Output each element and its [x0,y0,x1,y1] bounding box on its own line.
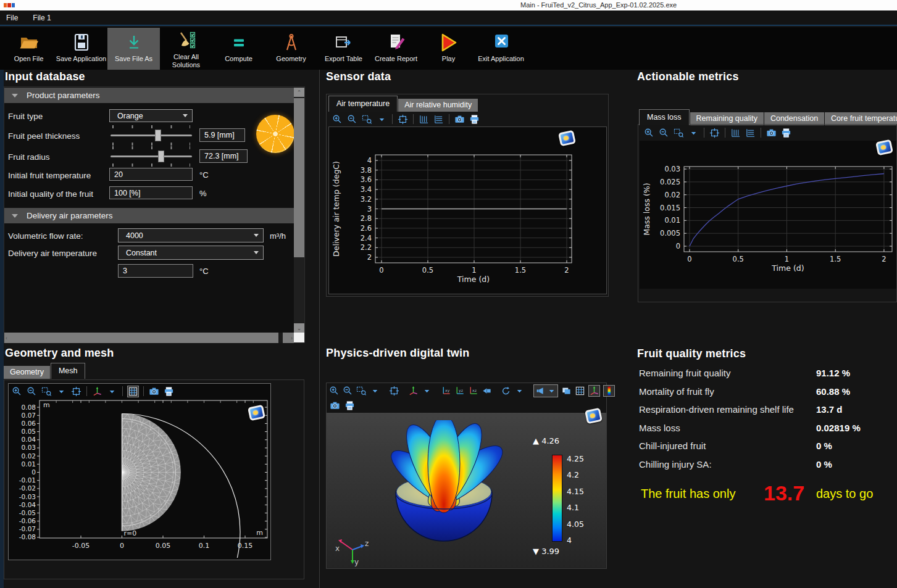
scroll-right-button[interactable]: › [291,335,293,341]
show-grid-icon[interactable] [575,385,585,397]
zoom-in-icon[interactable] [11,386,23,397]
perspective-view-icon[interactable] [482,385,492,397]
mesh-plot-canvas[interactable]: 0.080.070.060.050.040.030.020.010-0.01-0… [9,399,270,558]
y-axis-log-icon[interactable] [730,127,741,139]
tab-condensation[interactable]: Condensation [764,112,824,125]
tab-remaining-quality[interactable]: Remaining quality [690,112,764,125]
radius-slider-thumb[interactable] [158,151,164,162]
zoom-box-icon[interactable] [41,386,52,397]
tab-geometry[interactable]: Geometry [4,366,50,379]
horizontal-scrollbar[interactable]: ‹ › [4,333,294,343]
view-xz-icon[interactable] [468,385,478,397]
initial-temp-input[interactable]: 20 [109,168,193,181]
view-yz-icon[interactable] [454,385,465,397]
zoom-dropdown-caret-icon[interactable] [370,385,380,397]
snapshot-camera-icon[interactable] [766,127,777,139]
zoom-dropdown-caret-icon[interactable] [688,127,699,139]
flow-rate-dropdown[interactable]: 4000 [118,228,264,242]
clear-all-solutions-button[interactable]: Clear All Solutions [160,28,212,70]
open-file-button[interactable]: Open File [2,28,55,70]
zoom-in-icon[interactable] [643,127,655,139]
zoom-in-icon[interactable] [332,114,343,125]
zoom-extents-icon[interactable] [397,114,409,125]
delivery-temp-dropdown[interactable]: Constant [118,246,264,260]
menu-file-1[interactable]: File 1 [33,14,51,22]
digital-twin-visualization[interactable] [373,420,515,562]
mass-loss-chart-canvas[interactable]: 00.511.5200.0050.010.0150.020.0250.03Tim… [640,141,896,289]
warning-suffix: days to go [816,487,873,501]
peel-thickness-slider[interactable] [111,125,192,146]
save-application-button[interactable]: Save Application [55,28,107,70]
print-icon[interactable] [780,127,792,139]
snapshot-camera-icon[interactable] [454,114,465,125]
scroll-up-button[interactable]: ⌃ [294,88,304,97]
zoom-in-icon[interactable] [329,385,340,397]
delivery-temp-setpoint-unit: °C [199,267,209,276]
slider-track[interactable] [111,135,192,136]
delivery-air-header[interactable]: Delivery air parameters [4,208,304,223]
snapshot-camera-icon[interactable] [148,386,160,397]
zoom-dropdown-caret-icon[interactable] [56,386,67,397]
tab-core-fruit-temperature[interactable]: Core fruit temperature [825,112,897,125]
print-icon[interactable] [163,386,175,397]
show-color-legend-icon[interactable] [603,385,615,397]
zoom-box-icon[interactable] [361,114,373,125]
show-grid-icon[interactable] [127,386,139,397]
vertical-scrollbar[interactable]: ⌃ ⌄ [294,88,304,333]
print-icon[interactable] [344,400,356,412]
zoom-dropdown-caret-icon[interactable] [376,114,388,125]
zoom-out-icon[interactable] [343,385,353,397]
view-orientation-icon[interactable] [408,385,419,397]
tab-air-relative-humidity[interactable]: Air relative humidity [398,99,478,112]
exit-application-button[interactable]: Exit Application [475,28,527,70]
view-dropdown-caret-icon[interactable] [422,385,432,397]
go-to-default-view-icon[interactable] [534,385,546,397]
play-button[interactable]: Play [422,28,475,70]
export-table-button[interactable]: Export Table [317,28,370,70]
scroll-left-button[interactable]: ‹ [6,335,7,341]
fruit-radius-slider[interactable] [111,146,192,167]
scene-light-icon[interactable] [561,385,572,397]
zoom-out-icon[interactable] [26,386,38,397]
delivery-temp-setpoint-input[interactable]: 3 [118,264,193,278]
tab-mesh[interactable]: Mesh [51,363,86,379]
zoom-extents-icon[interactable] [70,386,82,397]
create-report-button[interactable]: Create Report [370,28,422,70]
geometry-button[interactable]: Geometry [265,28,317,70]
fruit-radius-value[interactable]: 72.3 [mm] [199,149,248,163]
show-axis-orientation-icon[interactable] [588,385,600,397]
scroll-down-button[interactable]: ⌄ [294,323,304,333]
tab-air-temperature[interactable]: Air temperature [328,96,398,112]
peel-slider-thumb[interactable] [155,130,161,141]
print-icon[interactable] [469,114,480,125]
tab-mass-loss[interactable]: Mass loss [639,109,690,125]
initial-quality-input[interactable]: 100 [%] [109,186,193,199]
y-axis-log-icon[interactable] [418,114,430,125]
zoom-extents-icon[interactable] [709,127,720,139]
slider-track[interactable] [111,155,192,157]
view-orientation-icon[interactable] [91,386,103,397]
vertical-scrollbar-thumb[interactable] [294,98,304,257]
axis-grid-icon[interactable] [433,114,444,125]
rotate-view-icon[interactable] [501,385,511,397]
sensor-chart-canvas[interactable]: 00.511.5222.22.42.62.833.23.43.63.84Time… [329,127,606,294]
axis-grid-icon[interactable] [745,127,756,139]
default-view-caret-icon[interactable] [546,385,557,397]
snapshot-camera-icon[interactable] [329,400,341,412]
compute-button[interactable]: Compute [212,28,265,70]
rotate-dropdown-caret-icon[interactable] [514,385,525,397]
zoom-out-icon[interactable] [658,127,670,139]
fruit-type-dropdown[interactable]: Orange [109,109,193,122]
view-dropdown-caret-icon[interactable] [106,386,118,397]
coordinate-triad: x y z [334,531,371,567]
menu-file[interactable]: File [6,14,18,22]
zoom-extents-icon[interactable] [389,385,399,397]
zoom-box-icon[interactable] [673,127,685,139]
zoom-box-icon[interactable] [356,385,367,397]
comsol-logo [585,408,603,424]
product-parameters-header[interactable]: Product parameters [4,88,304,103]
save-file-as-button[interactable]: Save File As [107,28,160,70]
peel-thickness-value[interactable]: 5.9 [mm] [199,128,245,142]
zoom-out-icon[interactable] [346,114,358,125]
view-xy-icon[interactable] [441,385,451,397]
